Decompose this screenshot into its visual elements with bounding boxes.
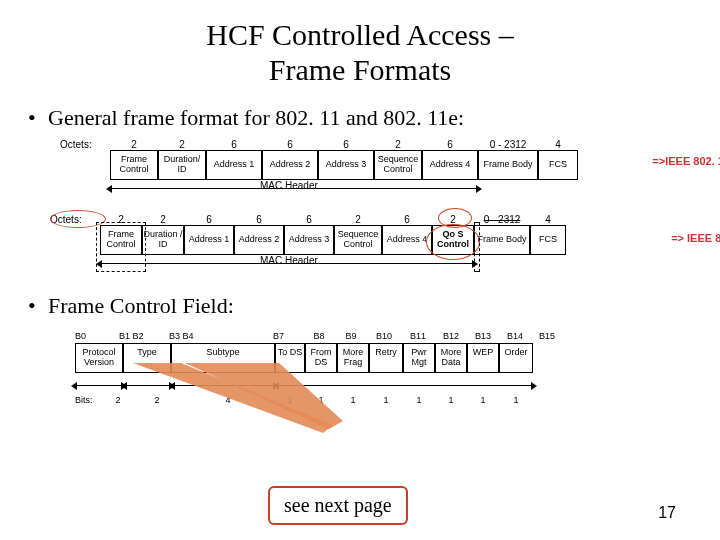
ieee-80211-label: =>IEEE 802. 11 [652,155,720,167]
bullet-general-frame: General frame format for 802. 11 and 802… [48,105,720,131]
title-line2: Frame Formats [0,53,720,88]
highlight-wedge-icon [133,363,373,433]
mac-header-arrow-80211e: MAC Header [50,257,720,271]
dashed-box-extra [474,222,480,272]
dashed-box-frame-control [96,222,146,272]
octets-row-80211e: Octets: 2 2 6 6 6 2 6 2 0 - 2312 4 [50,214,720,225]
frame-80211e: Octets: 2 2 6 6 6 2 6 2 0 - 2312 4 Frame… [50,214,720,271]
title-line1: HCF Controlled Access – [0,18,720,53]
mac-header-label: MAC Header [260,255,318,266]
ieee-80211e-label: => IEEE 802. 11e [671,232,720,244]
octets-label: Octets: [60,139,110,150]
highlight-ellipse-qos-field [426,224,480,260]
fields-row-80211: Frame Control Duration/ ID Address 1 Add… [110,150,720,180]
mac-header-label: MAC Header [260,180,318,191]
bullet-frame-control: Frame Control Field: [48,293,720,319]
octets-row-80211: Octets: 2 2 6 6 6 2 6 0 - 2312 4 [60,139,720,150]
see-next-page-callout: see next page [268,486,408,525]
page-number: 17 [658,504,676,522]
mac-header-arrow-80211: MAC Header [60,182,720,196]
frame-control-diagram: B0 B1 B2 B3 B4 B7 B8 B9 B10 B11 B12 B13 … [75,331,720,405]
frame-80211: Octets: 2 2 6 6 6 2 6 0 - 2312 4 Frame C… [60,139,720,196]
fields-row-80211e: Frame Control Duration / ID Address 1 Ad… [100,225,720,255]
bit-labels-row: B0 B1 B2 B3 B4 B7 B8 B9 B10 B11 B12 B13 … [75,331,720,341]
svg-marker-1 [185,363,343,429]
slide-title: HCF Controlled Access – Frame Formats [0,0,720,87]
